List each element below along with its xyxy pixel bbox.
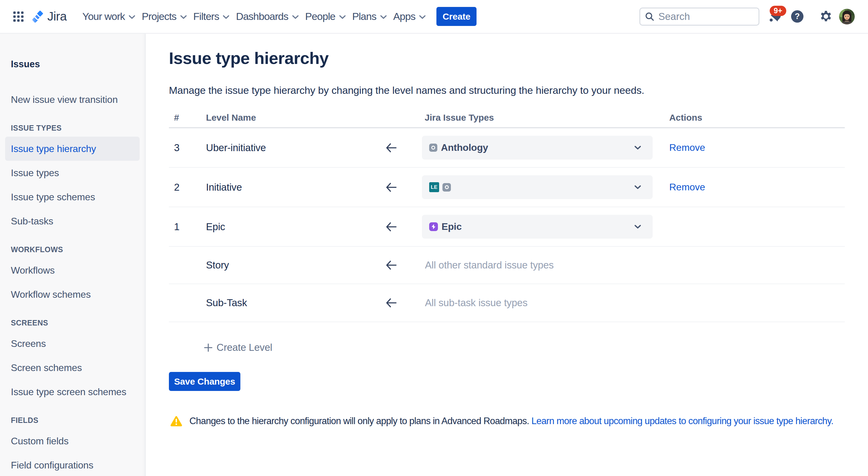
sidebar-item-issue-type-screen-schemes[interactable]: Issue type screen schemes — [5, 380, 140, 404]
table-row: 2 Initiative LE Remove — [169, 168, 845, 207]
hierarchy-arrow-icon — [386, 222, 422, 231]
level-name: Epic — [206, 221, 386, 233]
search-box[interactable] — [640, 7, 760, 26]
level-number: 1 — [169, 221, 206, 233]
search-input[interactable] — [658, 11, 749, 22]
jira-logo-text: Jira — [48, 9, 67, 24]
chevron-down-icon — [419, 15, 426, 19]
hierarchy-arrow-icon — [386, 183, 422, 192]
top-navigation-bar: Jira Your work Projects Filters Dashboar… — [0, 0, 868, 34]
issue-types-select[interactable]: LE — [422, 175, 653, 199]
anthology-icon — [429, 144, 437, 152]
jira-logo-icon — [31, 10, 44, 24]
selected-issue-type-label: Anthology — [441, 142, 488, 153]
notifications-button[interactable]: 9+ — [767, 0, 783, 33]
sidebar-item-new-issue-view-transition[interactable]: New issue view transition — [5, 87, 140, 112]
nav-item-projects[interactable]: Projects — [142, 10, 187, 22]
warning-triangle-icon — [170, 416, 182, 426]
save-changes-button[interactable]: Save Changes — [169, 372, 240, 391]
settings-button[interactable] — [819, 10, 833, 23]
sidebar-item-screen-schemes[interactable]: Screen schemes — [5, 356, 140, 380]
level-name: Initiative — [206, 182, 386, 193]
column-header-number: # — [169, 113, 206, 127]
plus-icon — [204, 344, 212, 352]
table-row: 1 Epic Epic — [169, 207, 845, 247]
column-header-gap — [653, 123, 669, 127]
le-badge-icon: LE — [429, 182, 439, 192]
table-row: Sub-Task All sub-task issue types — [169, 284, 845, 322]
remove-level-link[interactable]: Remove — [669, 182, 845, 193]
nav-item-your-work[interactable]: Your work — [82, 10, 135, 22]
nav-item-plans[interactable]: Plans — [352, 10, 386, 22]
sidebar-item-field-configurations[interactable]: Field configurations — [5, 453, 140, 476]
question-mark-icon: ? — [795, 12, 800, 21]
create-button[interactable]: Create — [436, 7, 476, 26]
avatar-photo — [839, 9, 855, 24]
column-header-actions: Actions — [669, 113, 845, 127]
column-header-spacer — [386, 123, 422, 127]
hierarchy-arrow-icon — [386, 143, 422, 152]
issue-types-select[interactable]: Anthology — [422, 136, 653, 159]
remove-level-link[interactable]: Remove — [669, 142, 845, 153]
level-name: Story — [206, 260, 386, 271]
table-row: 3 Uber-initiative Anthology Remove — [169, 128, 845, 168]
column-header-jira-issue-types: Jira Issue Types — [422, 113, 653, 127]
chevron-down-icon — [634, 225, 641, 229]
sidebar-item-sub-tasks[interactable]: Sub-tasks — [5, 209, 140, 233]
notification-count-badge: 9+ — [770, 6, 786, 16]
hierarchy-arrow-icon — [386, 298, 422, 307]
page-description: Manage the issue type hierarchy by chang… — [169, 84, 845, 97]
chevron-down-icon — [129, 15, 135, 19]
gear-icon — [819, 10, 833, 23]
sidebar-nav-list: New issue view transition ISSUE TYPES Is… — [0, 87, 145, 476]
level-name: Sub-Task — [206, 297, 386, 308]
sidebar-section-workflows: WORKFLOWS — [0, 241, 145, 258]
level-number: 2 — [169, 182, 206, 193]
level-number: 3 — [169, 142, 206, 153]
sidebar-heading: Issues — [11, 58, 145, 70]
nav-item-people[interactable]: People — [305, 10, 346, 22]
chevron-down-icon — [634, 185, 641, 189]
sidebar-section-fields: FIELDS — [0, 412, 145, 429]
nav-item-dashboards[interactable]: Dashboards — [236, 10, 298, 22]
sidebar-item-workflows[interactable]: Workflows — [5, 258, 140, 282]
sidebar-item-screens[interactable]: Screens — [5, 331, 140, 356]
warning-text: Changes to the hierarchy configuration w… — [189, 416, 529, 426]
issue-types-select[interactable]: Epic — [422, 215, 653, 239]
topbar-right-cluster: 9+ ? — [640, 0, 868, 33]
search-icon — [645, 12, 654, 21]
chevron-down-icon — [180, 15, 187, 19]
sidebar-item-custom-fields[interactable]: Custom fields — [5, 429, 140, 453]
issue-types-placeholder: All other standard issue types — [422, 260, 653, 271]
level-name: Uber-initiative — [206, 142, 386, 153]
sidebar-item-issue-type-hierarchy[interactable]: Issue type hierarchy — [5, 137, 140, 161]
table-row: Story All other standard issue types — [169, 247, 845, 284]
nav-item-filters[interactable]: Filters — [193, 10, 229, 22]
page-title: Issue type hierarchy — [169, 48, 845, 68]
sidebar-item-workflow-schemes[interactable]: Workflow schemes — [5, 282, 140, 306]
sidebar-section-issue-types: ISSUE TYPES — [0, 119, 145, 137]
create-level-button[interactable]: Create Level — [169, 337, 845, 358]
issue-types-placeholder: All sub-task issue types — [422, 297, 653, 308]
app-switcher-icon[interactable] — [13, 11, 24, 22]
sidebar-section-screens: SCREENS — [0, 314, 145, 331]
chevron-down-icon — [339, 15, 346, 19]
chevron-down-icon — [292, 15, 299, 19]
sidebar-item-issue-types[interactable]: Issue types — [5, 161, 140, 185]
chevron-down-icon — [634, 146, 641, 150]
table-header-row: # Level Name Jira Issue Types Actions — [169, 107, 845, 128]
primary-nav: Your work Projects Filters Dashboards Pe… — [82, 10, 432, 22]
chevron-down-icon — [380, 15, 386, 19]
help-button[interactable]: ? — [791, 10, 803, 23]
nav-item-apps[interactable]: Apps — [393, 10, 426, 22]
column-header-level-name: Level Name — [206, 113, 386, 127]
settings-sidebar: Issues New issue view transition ISSUE T… — [0, 34, 146, 476]
create-level-label: Create Level — [217, 342, 272, 353]
user-avatar[interactable] — [839, 9, 855, 24]
sidebar-item-issue-type-schemes[interactable]: Issue type schemes — [5, 185, 140, 209]
jira-logo[interactable]: Jira — [31, 9, 67, 24]
warning-learn-more-link[interactable]: Learn more about upcoming updates to con… — [531, 416, 833, 426]
main-content: Issue type hierarchy Manage the issue ty… — [146, 34, 868, 426]
circle-ring-icon — [442, 183, 451, 191]
warning-message: Changes to the hierarchy configuration w… — [169, 416, 845, 426]
